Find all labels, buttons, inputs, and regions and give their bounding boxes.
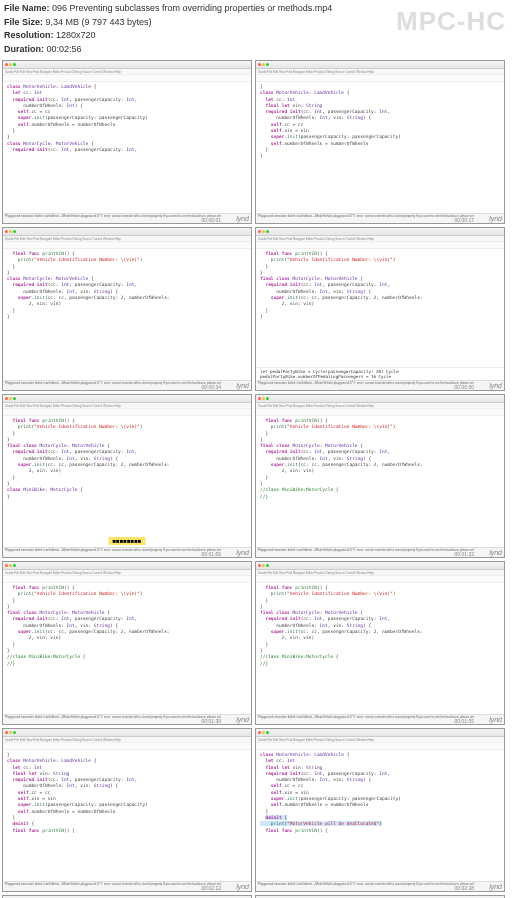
lynda-watermark: lynd	[489, 883, 502, 890]
traffic-light-g	[13, 564, 16, 567]
traffic-light-y	[262, 63, 265, 66]
value-filename: 096 Preventing subclasses from overridin…	[52, 3, 332, 13]
timestamp: 00:02:28	[455, 885, 474, 891]
window-titlebar	[3, 228, 251, 236]
window-titlebar	[256, 228, 504, 236]
window-titlebar	[3, 562, 251, 570]
code-line: required init(cc: Int, passengerCapacity…	[7, 147, 247, 153]
lynda-watermark: lynd	[236, 883, 249, 890]
timestamp: 00:01:55	[455, 718, 474, 724]
timestamp: 00:00:34	[202, 384, 221, 390]
traffic-light-g	[266, 397, 269, 400]
thumbnail-2[interactable]: Xcode File Edit View Find Navigate Edito…	[2, 227, 252, 391]
traffic-light-r	[258, 564, 261, 567]
thumbnail-grid: Xcode File Edit View Find Navigate Edito…	[0, 58, 512, 898]
traffic-light-g	[13, 397, 16, 400]
lynda-watermark: lynd	[489, 215, 502, 222]
timestamp: 00:01:22	[455, 551, 474, 557]
code-editor[interactable]: final func printVIN() { print("Vehicle I…	[3, 249, 251, 380]
code-line: final func printVIN() {	[260, 828, 500, 834]
lynda-watermark: lynd	[236, 549, 249, 556]
code-editor[interactable]: }class MotorVehicle: LandVehicle { let c…	[256, 82, 504, 213]
xcode-toolbar	[256, 743, 504, 750]
code-line: }	[260, 314, 500, 320]
label-filesize: File Size:	[4, 17, 43, 27]
thumbnail-0[interactable]: Xcode File Edit View Find Navigate Edito…	[2, 60, 252, 224]
xcode-toolbar	[256, 242, 504, 249]
traffic-light-r	[5, 63, 8, 66]
window-titlebar	[256, 61, 504, 69]
window-titlebar	[256, 729, 504, 737]
code-editor[interactable]: final func printVIN() { print("Vehicle I…	[256, 249, 504, 367]
traffic-light-g	[266, 230, 269, 233]
lynda-watermark: lynd	[489, 716, 502, 723]
xcode-toolbar	[256, 576, 504, 583]
xcode-toolbar	[3, 409, 251, 416]
thumbnail-4[interactable]: Xcode File Edit View Find Navigate Edito…	[2, 394, 252, 558]
code-editor[interactable]: final func printVIN() { print("Vehicle I…	[256, 416, 504, 547]
code-line: //}	[260, 661, 500, 667]
lynda-watermark: lynd	[489, 382, 502, 389]
traffic-light-y	[9, 63, 12, 66]
traffic-light-y	[9, 564, 12, 567]
timestamp: 00:01:39	[202, 718, 221, 724]
lynda-watermark: lynd	[236, 215, 249, 222]
code-editor[interactable]: final func printVIN() { print("Vehicle I…	[256, 583, 504, 714]
highlight-overlay: ■■■■■■■■	[109, 537, 146, 545]
window-titlebar	[256, 395, 504, 403]
label-resolution: Resolution:	[4, 30, 54, 40]
thumbnail-1[interactable]: Xcode File Edit View Find Navigate Edito…	[255, 60, 505, 224]
traffic-light-r	[5, 731, 8, 734]
timestamp: 00:00:17	[455, 217, 474, 223]
thumbnail-8[interactable]: Xcode File Edit View Find Navigate Edito…	[2, 728, 252, 892]
value-resolution: 1280x720	[56, 30, 96, 40]
traffic-light-g	[13, 731, 16, 734]
lynda-watermark: lynd	[236, 716, 249, 723]
code-editor[interactable]: final func printVIN() { print("Vehicle I…	[3, 583, 251, 714]
timestamp: 00:01:06	[202, 551, 221, 557]
traffic-light-r	[5, 230, 8, 233]
value-duration: 00:02:56	[47, 44, 82, 54]
traffic-light-y	[9, 731, 12, 734]
code-line: }	[7, 494, 247, 500]
value-filesize: 9,34 MB (9 797 443 bytes)	[46, 17, 152, 27]
xcode-toolbar	[256, 409, 504, 416]
code-line: //}	[260, 494, 500, 500]
console-line: pedalPartyBike.numberOfPedalingPassenger…	[260, 374, 500, 379]
traffic-light-r	[258, 397, 261, 400]
code-editor[interactable]: class MotorVehicle: LandVehicle { let cc…	[3, 82, 251, 213]
code-editor[interactable]: }class MotorVehicle: LandVehicle { let c…	[3, 750, 251, 881]
xcode-toolbar	[3, 75, 251, 82]
window-titlebar	[256, 562, 504, 570]
traffic-light-y	[262, 230, 265, 233]
window-titlebar	[3, 395, 251, 403]
xcode-toolbar	[3, 242, 251, 249]
traffic-light-g	[266, 731, 269, 734]
code-line: }	[7, 314, 247, 320]
traffic-light-r	[5, 397, 8, 400]
traffic-light-y	[262, 397, 265, 400]
traffic-light-y	[262, 564, 265, 567]
xcode-toolbar	[256, 75, 504, 82]
traffic-light-g	[266, 63, 269, 66]
code-line: }	[260, 153, 500, 159]
code-line: //}	[7, 661, 247, 667]
xcode-toolbar	[3, 743, 251, 750]
code-editor[interactable]: final func printVIN() { print("Vehicle I…	[3, 416, 251, 547]
traffic-light-g	[13, 63, 16, 66]
window-titlebar	[3, 729, 251, 737]
thumbnail-7[interactable]: Xcode File Edit View Find Navigate Edito…	[255, 561, 505, 725]
traffic-light-r	[258, 230, 261, 233]
results-sidebar: let pedalPartyBike = Cycle(passengerCapa…	[256, 367, 504, 380]
traffic-light-y	[262, 731, 265, 734]
file-metadata: MPC-HC File Name: 096 Preventing subclas…	[0, 0, 512, 58]
thumbnail-6[interactable]: Xcode File Edit View Find Navigate Edito…	[2, 561, 252, 725]
thumbnail-3[interactable]: Xcode File Edit View Find Navigate Edito…	[255, 227, 505, 391]
traffic-light-g	[266, 564, 269, 567]
app-watermark: MPC-HC	[396, 2, 506, 41]
timestamp: 00:00:01	[202, 217, 221, 223]
thumbnail-9[interactable]: Xcode File Edit View Find Navigate Edito…	[255, 728, 505, 892]
code-editor[interactable]: class MotorVehicle: LandVehicle { let cc…	[256, 750, 504, 881]
thumbnail-5[interactable]: Xcode File Edit View Find Navigate Edito…	[255, 394, 505, 558]
lynda-watermark: lynd	[236, 382, 249, 389]
